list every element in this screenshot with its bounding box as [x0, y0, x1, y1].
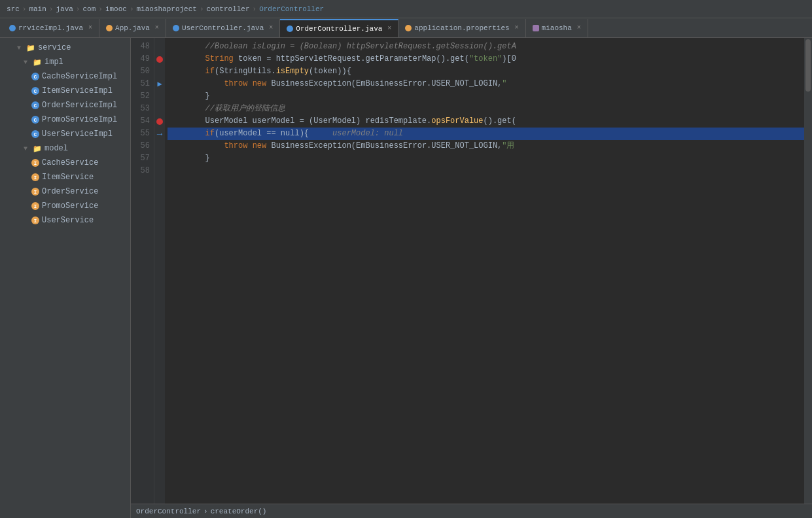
breadcrumb-sep-arrow: ›: [203, 508, 208, 515]
sidebar-item-model[interactable]: ▼ 📁 model: [0, 141, 130, 156]
code-55-cond: (userModel == null){: [215, 128, 309, 140]
tab-usercontroller[interactable]: UserController.java ×: [166, 19, 280, 37]
tab-icon-appprops: [405, 25, 412, 31]
breadcrumb-com[interactable]: com: [82, 5, 96, 13]
breakpoint-54[interactable]: [156, 118, 163, 125]
code-50-method: isEmpty: [276, 65, 309, 78]
editor-breadcrumb: OrderController › createOrder(): [131, 504, 812, 518]
sidebar-label-orderserviceimpl: OrderServiceImpl: [42, 101, 117, 110]
tab-ordercontroller[interactable]: OrderController.java ×: [280, 19, 398, 37]
tab-app[interactable]: App.java ×: [99, 19, 166, 37]
close-ordercontroller[interactable]: ×: [387, 25, 391, 32]
tab-appprops[interactable]: application.properties ×: [398, 19, 525, 37]
code-lines[interactable]: //Boolean isLogin = (Boolean) httpServle…: [165, 38, 804, 504]
sidebar-label-promoservice: PromoService: [42, 201, 98, 211]
sidebar-label-service: service: [38, 43, 71, 52]
code-51-new: new: [253, 78, 272, 90]
debug-arrow-51: ▶: [157, 79, 162, 89]
close-serviceimpl[interactable]: ×: [88, 24, 92, 31]
sidebar-item-userserviceimpl[interactable]: C UserServiceImpl: [0, 127, 130, 141]
gutter-55: →: [154, 128, 165, 140]
tab-label-miaosha: miaosha: [542, 24, 572, 32]
gutter-50: [154, 65, 165, 78]
close-miaosha[interactable]: ×: [577, 24, 581, 31]
gutter-53: [154, 103, 165, 115]
sidebar-item-cacheserviceimpl[interactable]: C CacheServiceImpl: [0, 69, 130, 84]
code-line-54: UserModel userModel = (UserModel) redisT…: [168, 115, 804, 128]
sidebar-label-orderservice: OrderService: [42, 187, 98, 196]
line-numbers: 48 49 50 51 52 53 54 55 56 57 58: [131, 38, 154, 504]
sidebar-item-cacheservice[interactable]: I CacheService: [0, 156, 130, 170]
ln-53: 53: [131, 103, 150, 115]
tab-serviceimpl[interactable]: rrviceImpl.java ×: [3, 19, 99, 37]
tab-icon-serviceimpl: [9, 25, 16, 31]
gutter-56: [154, 140, 165, 152]
tab-icon-miaosha: [533, 25, 539, 31]
code-line-49: String token = httpServletRequest.getPar…: [168, 53, 804, 65]
scroll-thumb[interactable]: [805, 39, 811, 92]
folder-icon-impl: 📁: [33, 58, 42, 67]
sidebar-label-cacheservice: CacheService: [42, 158, 98, 167]
code-50-if: if: [168, 65, 215, 78]
code-54-ops: opsForValue: [431, 115, 483, 128]
breadcrumb-java[interactable]: java: [56, 5, 73, 13]
tab-miaosha[interactable]: miaosha ×: [526, 19, 588, 37]
gutter-54[interactable]: [154, 115, 165, 128]
sidebar-label-itemserviceimpl: ItemServiceImpl: [42, 86, 113, 95]
folder-icon-service: 📁: [26, 44, 35, 52]
tab-label-appprops: application.properties: [414, 24, 509, 32]
sidebar-item-itemservice[interactable]: I ItemService: [0, 170, 130, 184]
sidebar-item-service[interactable]: ▼ 📁 service: [0, 41, 130, 55]
main-layout: ▼ 📁 service ▼ 📁 impl C CacheServiceImpl …: [0, 38, 812, 518]
code-48-comment: //Boolean isLogin = (Boolean) httpServle…: [168, 41, 516, 53]
tab-label-usercontroller: UserController.java: [182, 24, 264, 32]
sidebar-item-itemserviceimpl[interactable]: C ItemServiceImpl: [0, 84, 130, 98]
breadcrumb-createorder[interactable]: createOrder(): [211, 508, 267, 515]
sidebar-item-userservice[interactable]: I UserService: [0, 213, 130, 228]
sidebar-label-itemservice: ItemService: [42, 173, 94, 182]
tree-arrow-model: ▼: [24, 145, 30, 152]
breadcrumb-ordercontroller-label[interactable]: OrderController: [136, 508, 201, 515]
class-icon-cacheserviceimpl: C: [31, 73, 39, 80]
tree-arrow-service: ▼: [17, 44, 24, 52]
minimap-scroll[interactable]: [804, 38, 812, 504]
close-usercontroller[interactable]: ×: [269, 24, 273, 31]
gutter-58: [154, 165, 165, 177]
tab-label-serviceimpl: rrviceImpl.java: [18, 24, 83, 32]
breakpoint-49[interactable]: [156, 56, 163, 63]
class-icon-orderserviceimpl: C: [31, 101, 39, 109]
breadcrumb-src[interactable]: src: [7, 5, 20, 13]
sidebar-label-cacheserviceimpl: CacheServiceImpl: [42, 72, 117, 81]
code-line-52: }: [168, 90, 804, 103]
class-icon-itemserviceimpl: C: [31, 87, 39, 95]
sidebar-label-userservice: UserService: [42, 216, 94, 225]
breadcrumb-ordercontroller[interactable]: OrderController: [259, 5, 324, 13]
breadcrumb-main[interactable]: main: [29, 5, 46, 13]
code-51-exc: BusinessException(EmBusinessError.USER_N…: [271, 78, 506, 90]
code-51-throw: throw: [168, 78, 253, 90]
interface-icon-promoservice: I: [31, 202, 39, 210]
sidebar-item-promoservice[interactable]: I PromoService: [0, 199, 130, 213]
sidebar-item-impl[interactable]: ▼ 📁 impl: [0, 55, 130, 69]
breadcrumb-controller[interactable]: controller: [207, 5, 250, 13]
sidebar-item-orderservice[interactable]: I OrderService: [0, 184, 130, 199]
code-line-57: }: [168, 152, 804, 165]
breadcrumb-imooc[interactable]: imooc: [105, 5, 127, 13]
sep3: ›: [76, 5, 80, 13]
ln-50: 50: [131, 65, 150, 78]
folder-icon-model: 📁: [33, 145, 42, 153]
close-appprops[interactable]: ×: [515, 24, 519, 31]
editor-tabs: rrviceImpl.java × App.java × UserControl…: [0, 18, 812, 38]
sep6: ›: [200, 5, 204, 13]
tab-label-ordercontroller: OrderController.java: [296, 25, 382, 33]
ln-56: 56: [131, 140, 150, 152]
sidebar-item-orderserviceimpl[interactable]: C OrderServiceImpl: [0, 98, 130, 112]
gutter-49[interactable]: [154, 53, 165, 65]
ln-58: 58: [131, 165, 150, 177]
sidebar-item-promoserviceimpl[interactable]: C PromoServiceImpl: [0, 112, 130, 127]
sep2: ›: [49, 5, 54, 13]
breadcrumb-miaoshaproject[interactable]: miaoshaproject: [137, 5, 197, 13]
tab-icon-ordercontroller: [287, 26, 293, 32]
close-app[interactable]: ×: [155, 24, 159, 31]
gutter-57: [154, 152, 165, 165]
